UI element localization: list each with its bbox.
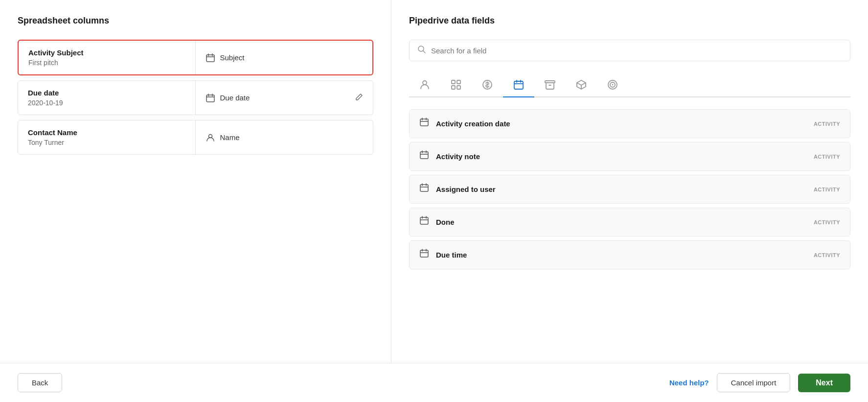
calendar-icon-assigned xyxy=(419,183,429,195)
cat-icon-person[interactable] xyxy=(409,73,440,97)
field-item-due-time[interactable]: Due time ACTIVITY xyxy=(409,240,850,269)
field-name-contact: Name xyxy=(220,133,240,142)
svg-rect-6 xyxy=(457,80,460,84)
field-tag-activity-creation-date: ACTIVITY xyxy=(814,121,840,127)
field-item-activity-note[interactable]: Activity note ACTIVITY xyxy=(409,142,850,171)
field-name-due-time: Due time xyxy=(436,251,807,259)
row-value-contact-name: Tony Turner xyxy=(28,139,185,146)
cat-icon-calendar[interactable] xyxy=(503,73,534,97)
right-panel-title: Pipedrive data fields xyxy=(409,16,850,26)
field-name-activity-creation-date: Activity creation date xyxy=(436,119,807,128)
field-name-subject: Subject xyxy=(220,53,245,62)
row-right-activity-subject: Subject xyxy=(196,41,373,74)
svg-rect-5 xyxy=(452,80,455,84)
cancel-button[interactable]: Cancel import xyxy=(717,373,791,392)
footer: Back Need help? Cancel import Next xyxy=(0,363,868,402)
cat-icon-dollar[interactable] xyxy=(472,73,503,97)
field-item-activity-creation-date[interactable]: Activity creation date ACTIVITY xyxy=(409,109,850,138)
row-left-contact-name: Contact Name Tony Turner xyxy=(18,120,196,154)
back-button[interactable]: Back xyxy=(18,373,62,392)
category-icons xyxy=(409,73,850,97)
svg-rect-17 xyxy=(420,185,428,191)
field-name-done: Done xyxy=(436,218,807,226)
svg-rect-8 xyxy=(457,86,460,89)
edit-icon-due-date[interactable] xyxy=(355,93,363,103)
calendar-icon-due-date xyxy=(206,93,215,103)
row-label-activity-subject: Activity Subject xyxy=(28,48,185,57)
row-right-due-date: Due date xyxy=(196,81,373,115)
svg-point-3 xyxy=(418,46,424,51)
svg-rect-1 xyxy=(206,95,214,102)
search-bar[interactable] xyxy=(409,40,850,61)
svg-point-4 xyxy=(423,81,427,85)
field-tag-due-time: ACTIVITY xyxy=(814,252,840,258)
row-left-activity-subject: Activity Subject First pitch xyxy=(19,41,196,74)
help-button[interactable]: Need help? xyxy=(669,378,709,387)
svg-point-14 xyxy=(612,84,614,86)
spreadsheet-row-contact-name[interactable]: Contact Name Tony Turner Name xyxy=(18,120,373,155)
field-name-due-date: Due date xyxy=(220,94,250,102)
search-icon xyxy=(417,45,426,56)
calendar-icon-done xyxy=(419,216,429,228)
row-value-due-date: 2020-10-19 xyxy=(28,99,185,107)
spreadsheet-row-activity-subject[interactable]: Activity Subject First pitch Subject xyxy=(18,40,373,75)
cat-icon-target[interactable] xyxy=(597,73,628,97)
field-tag-activity-note: ACTIVITY xyxy=(814,154,840,160)
field-name-activity-note: Activity note xyxy=(436,152,807,161)
row-label-contact-name: Contact Name xyxy=(28,128,185,137)
svg-rect-15 xyxy=(420,119,428,126)
left-panel: Spreadsheet columns Activity Subject Fir… xyxy=(0,0,391,363)
person-icon-contact xyxy=(206,133,215,142)
cat-icon-box[interactable] xyxy=(566,73,597,97)
svg-rect-16 xyxy=(420,152,428,159)
svg-rect-19 xyxy=(420,250,428,257)
calendar-icon-note xyxy=(419,150,429,163)
svg-rect-7 xyxy=(452,86,455,89)
calendar-icon-subject xyxy=(206,53,215,63)
calendar-icon-due-time xyxy=(419,249,429,261)
field-tag-assigned-to-user: ACTIVITY xyxy=(814,187,840,192)
row-left-due-date: Due date 2020-10-19 xyxy=(18,81,196,115)
field-tag-done: ACTIVITY xyxy=(814,219,840,225)
svg-rect-11 xyxy=(545,81,555,83)
field-name-assigned-to-user: Assigned to user xyxy=(436,185,807,193)
svg-rect-0 xyxy=(206,55,214,62)
right-panel: Pipedrive data fields xyxy=(391,0,868,363)
svg-rect-18 xyxy=(420,217,428,224)
row-label-due-date: Due date xyxy=(28,89,185,97)
left-panel-title: Spreadsheet columns xyxy=(18,16,373,26)
spreadsheet-row-due-date[interactable]: Due date 2020-10-19 Due date xyxy=(18,80,373,115)
cat-icon-archive[interactable] xyxy=(534,73,566,97)
next-button[interactable]: Next xyxy=(798,374,850,392)
cat-icon-grid[interactable] xyxy=(440,73,472,97)
fields-list: Activity creation date ACTIVITY Activity… xyxy=(409,109,850,347)
calendar-icon-creation xyxy=(419,118,429,130)
field-item-done[interactable]: Done ACTIVITY xyxy=(409,208,850,236)
row-right-contact-name: Name xyxy=(196,120,373,154)
field-item-assigned-to-user[interactable]: Assigned to user ACTIVITY xyxy=(409,175,850,204)
svg-rect-10 xyxy=(514,81,523,89)
row-value-activity-subject: First pitch xyxy=(28,59,185,67)
search-input[interactable] xyxy=(431,47,842,55)
